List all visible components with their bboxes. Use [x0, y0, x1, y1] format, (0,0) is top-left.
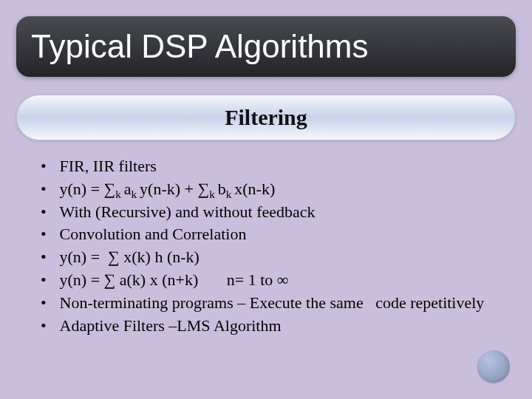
list-item-text: Adaptive Filters –LMS Algorithm [55, 315, 491, 338]
list-item-text: FIR, IIR filters [55, 155, 491, 178]
bullet-icon: • [41, 223, 55, 246]
bullet-icon: • [41, 201, 55, 224]
list-item: • y(n) = ∑ x(k) h (n-k) [41, 246, 491, 269]
list-item-text: Convolution and Correlation [55, 223, 491, 246]
title-bar: Typical DSP Algorithms [16, 16, 516, 77]
slide-subtitle: Filtering [225, 105, 307, 130]
list-item-text: y(n) = ∑k ak y(n-k) + ∑k bk x(n-k) [55, 178, 491, 201]
list-item: • Non-terminating programs – Execute the… [41, 292, 491, 315]
list-item: • With (Recursive) and without feedback [41, 201, 491, 224]
bullet-icon: • [41, 269, 55, 292]
decorative-circle-icon [477, 350, 510, 383]
bullet-icon: • [41, 155, 55, 178]
list-item-text: Non-terminating programs – Execute the s… [55, 292, 491, 315]
bullet-icon: • [41, 315, 55, 338]
slide: Typical DSP Algorithms Filtering • FIR, … [0, 0, 532, 399]
list-item-text: y(n) = ∑ x(k) h (n-k) [55, 246, 491, 269]
list-item: • Adaptive Filters –LMS Algorithm [41, 315, 491, 338]
bullet-icon: • [41, 292, 55, 315]
list-item: • y(n) = ∑k ak y(n-k) + ∑k bk x(n-k) [41, 178, 491, 201]
subtitle-bar: Filtering [16, 95, 516, 140]
list-item: • y(n) = ∑ a(k) x (n+k) n= 1 to ∞ [41, 269, 491, 292]
list-item-text: y(n) = ∑ a(k) x (n+k) n= 1 to ∞ [55, 269, 491, 292]
list-item-text: With (Recursive) and without feedback [55, 201, 491, 224]
bullet-list: • FIR, IIR filters • y(n) = ∑k ak y(n-k)… [41, 155, 491, 337]
list-item: • Convolution and Correlation [41, 223, 491, 246]
bullet-icon: • [41, 246, 55, 269]
list-item: • FIR, IIR filters [41, 155, 491, 178]
bullet-icon: • [41, 178, 55, 201]
slide-title: Typical DSP Algorithms [31, 28, 368, 65]
